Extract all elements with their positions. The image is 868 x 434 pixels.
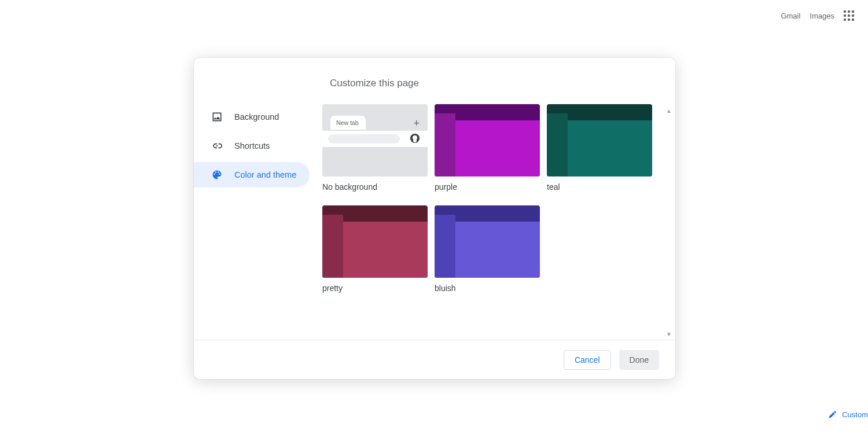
theme-purple[interactable]: purple (435, 104, 540, 192)
theme-label: teal (547, 182, 652, 192)
link-icon (211, 140, 223, 152)
theme-teal[interactable]: teal (547, 104, 652, 192)
theme-thumbnail (435, 205, 540, 278)
theme-bluish[interactable]: bluish (435, 205, 540, 293)
theme-pretty[interactable]: pretty (322, 205, 428, 293)
dialog-footer: Cancel Done (194, 340, 675, 379)
header-links: Gmail Images (781, 10, 854, 21)
browser-tab-mock: New tab (330, 116, 366, 130)
sidebar-item-color-theme[interactable]: Color and theme (194, 162, 310, 187)
customize-dialog: Background Shortcuts Color and theme Cus… (194, 58, 675, 379)
theme-thumbnail (547, 104, 652, 176)
theme-thumbnail (322, 205, 428, 278)
theme-thumbnail (435, 104, 540, 176)
theme-thumbnail: New tab + (322, 104, 428, 176)
sidebar-item-label: Color and theme (234, 170, 296, 179)
sidebar-item-shortcuts[interactable]: Shortcuts (194, 133, 310, 159)
theme-no-background[interactable]: New tab + No background (322, 104, 428, 192)
theme-label: purple (435, 182, 540, 192)
cancel-button[interactable]: Cancel (564, 350, 611, 370)
pencil-icon (828, 410, 837, 419)
customize-label: Custom (842, 410, 868, 419)
apps-grid-icon[interactable] (844, 10, 854, 21)
customize-button[interactable]: Custom (822, 406, 868, 422)
theme-label: bluish (435, 284, 540, 293)
theme-label: pretty (322, 284, 428, 293)
gmail-link[interactable]: Gmail (781, 12, 800, 20)
palette-icon (211, 169, 223, 181)
theme-grid-scroll[interactable]: New tab + No background (315, 104, 675, 340)
dialog-sidebar: Background Shortcuts Color and theme (194, 58, 315, 340)
images-link[interactable]: Images (810, 12, 834, 20)
sidebar-item-label: Shortcuts (234, 141, 270, 150)
done-button[interactable]: Done (619, 350, 659, 370)
avatar-icon (410, 134, 420, 143)
dialog-title: Customize this page (315, 58, 675, 104)
sidebar-item-background[interactable]: Background (194, 104, 310, 130)
background-icon (211, 111, 223, 123)
plus-icon: + (413, 118, 420, 128)
sidebar-item-label: Background (234, 112, 279, 122)
theme-label: No background (322, 182, 428, 192)
